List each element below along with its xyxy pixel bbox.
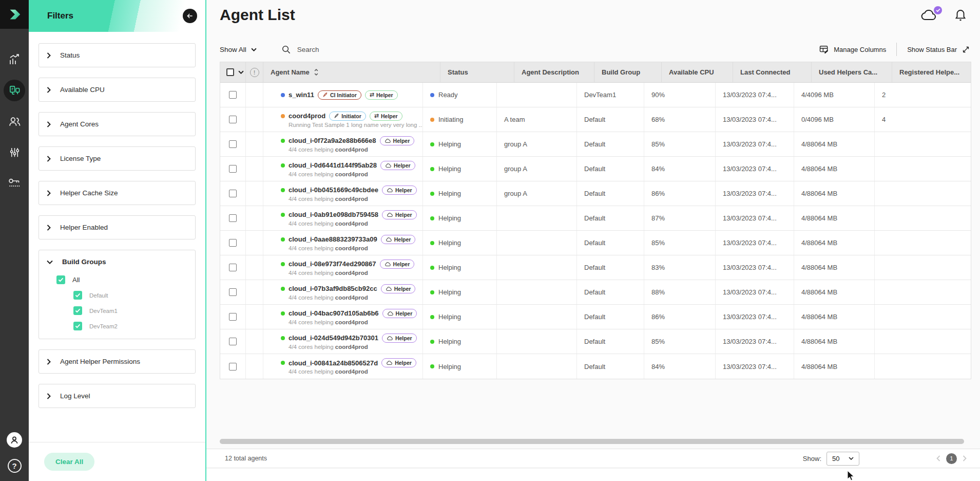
agent-name-cell: cloud_i-04bac907d105ab6b6Helper4/4 cores… — [263, 305, 423, 329]
row-checkbox[interactable] — [229, 264, 237, 271]
checkbox-checked[interactable] — [73, 322, 82, 330]
select-all-checkbox[interactable] — [226, 68, 234, 76]
column-header-last-connected[interactable]: Last Connected — [733, 62, 812, 82]
last-connected-cell: 13/03/2023 07:4... — [716, 280, 794, 304]
agents-icon[interactable] — [4, 80, 25, 101]
build-group-cell: DevTeam1 — [577, 83, 644, 107]
search-input[interactable] — [296, 45, 378, 54]
available-cpu-cell: 84% — [644, 354, 716, 379]
page-size-select[interactable]: 50 — [827, 452, 859, 466]
settings-sliders-icon[interactable] — [7, 145, 22, 159]
checkbox-checked[interactable] — [73, 306, 82, 315]
table-row-cloud-i-00841a24b8506527d[interactable]: cloud_i-00841a24b8506527dHelper4/4 cores… — [220, 354, 971, 379]
table-row-cloud-i-08e973f74ed290867[interactable]: cloud_i-08e973f74ed290867Helper4/4 cores… — [220, 255, 971, 280]
filter-section-toggle-helper-enabled[interactable]: Helper Enabled — [39, 216, 195, 239]
filter-section-toggle-agent-helper-permissions[interactable]: Agent Helper Permissions — [39, 350, 195, 373]
filter-section-toggle-license-type[interactable]: License Type — [39, 147, 195, 170]
horizontal-scrollbar[interactable] — [220, 439, 964, 444]
chevron-right-icon — [47, 121, 51, 127]
filter-section-toggle-available-cpu[interactable]: Available CPU — [39, 78, 195, 101]
chevron-right-icon — [47, 52, 51, 59]
filter-section-agent-helper-permissions: Agent Helper Permissions — [39, 349, 196, 374]
agent-status-dot — [281, 287, 285, 291]
column-header-agent-description[interactable]: Agent Description — [514, 62, 594, 82]
clear-all-button[interactable]: Clear All — [44, 453, 94, 471]
available-cpu-cell: 85% — [644, 132, 716, 156]
users-icon[interactable] — [7, 114, 22, 128]
filter-section-toggle-helper-cache-size[interactable]: Helper Cache Size — [39, 181, 195, 205]
table-row-cloud-i-07b3af9db85cb92cc[interactable]: cloud_i-07b3af9db85cb92ccHelper4/4 cores… — [220, 280, 971, 305]
column-header-registered-helpe[interactable]: Registered Helpe... — [892, 62, 970, 82]
dashboard-chart-icon[interactable] — [7, 52, 22, 67]
user-avatar[interactable] — [7, 432, 22, 448]
table-row-cloud-i-0f72a9a2e88b666e8[interactable]: cloud_i-0f72a9a2e88b666e8Helper4/4 cores… — [220, 132, 971, 157]
show-all-dropdown[interactable]: Show All — [220, 46, 257, 53]
table-row-cloud-i-0b0451669c49cbdee[interactable]: cloud_i-0b0451669c49cbdeeHelper4/4 cores… — [220, 181, 971, 206]
row-checkbox[interactable] — [229, 288, 237, 296]
cloud-status-button[interactable] — [920, 8, 941, 24]
column-header-used-helpers-ca[interactable]: Used Helpers Ca... — [812, 62, 892, 82]
sort-icon[interactable] — [314, 68, 319, 76]
prev-page-button[interactable] — [936, 455, 940, 461]
filter-section-toggle-status[interactable]: Status — [39, 44, 195, 67]
row-checkbox[interactable] — [229, 214, 237, 222]
column-header-build-group[interactable]: Build Group — [594, 62, 662, 82]
row-checkbox[interactable] — [229, 140, 237, 148]
row-checkbox[interactable] — [229, 363, 237, 371]
checkbox-checked[interactable] — [56, 275, 65, 284]
show-status-bar-button[interactable]: Show Status Bar — [907, 45, 970, 54]
check-icon — [75, 324, 81, 328]
row-checkbox[interactable] — [229, 165, 237, 173]
collapse-filters-button[interactable] — [183, 9, 197, 23]
column-header-agent-name[interactable]: Agent Name — [263, 62, 440, 82]
next-page-button[interactable] — [963, 455, 967, 461]
status-label: Helping — [438, 140, 461, 148]
row-select-cell — [220, 107, 246, 132]
page-size-label: Show: — [803, 455, 821, 462]
row-checkbox[interactable] — [229, 91, 237, 99]
row-checkbox[interactable] — [229, 239, 237, 247]
chevron-right-icon — [47, 359, 51, 365]
table-row-cloud-i-04bac907d105ab6b6[interactable]: cloud_i-04bac907d105ab6b6Helper4/4 cores… — [220, 305, 971, 329]
filter-section-status: Status — [39, 43, 196, 67]
checkbox-checked[interactable] — [73, 291, 82, 300]
row-checkbox[interactable] — [229, 338, 237, 345]
agent-name-line: cloud_i-08e973f74ed290867Helper — [281, 260, 414, 269]
filter-section-toggle-build-groups[interactable]: Build Groups — [39, 250, 195, 273]
description-cell — [497, 280, 577, 304]
table-row-cloud-i-0aae8883239733a09[interactable]: cloud_i-0aae8883239733a09Helper4/4 cores… — [220, 231, 971, 255]
table-row-cloud-i-0ab91e098db759458[interactable]: cloud_i-0ab91e098db759458Helper4/4 cores… — [220, 206, 971, 231]
agent-name-line: s_win11CI Initiator⇄Helper — [281, 90, 398, 100]
row-checkbox[interactable] — [229, 116, 237, 123]
row-alert-cell — [246, 132, 263, 156]
status-label: Helping — [438, 338, 461, 345]
filter-section-toggle-agent-cores[interactable]: Agent Cores — [39, 113, 195, 136]
chevron-right-icon — [47, 225, 51, 231]
table-row-coord4prod[interactable]: coord4prodInitiator⇄HelperRunning Test S… — [220, 107, 971, 132]
select-menu-chevron-icon[interactable] — [238, 70, 244, 74]
last-connected-cell: 13/03/2023 07:4... — [716, 329, 794, 354]
status-dot — [430, 364, 434, 368]
manage-columns-button[interactable]: Manage Columns — [819, 44, 886, 54]
available-cpu-cell: 68% — [644, 107, 716, 132]
notifications-bell-icon[interactable] — [954, 8, 967, 24]
app-logo[interactable] — [0, 0, 29, 29]
column-header-status[interactable]: Status — [440, 62, 514, 82]
row-checkbox[interactable] — [229, 190, 237, 197]
license-key-icon[interactable] — [7, 176, 22, 190]
column-header-available-cpu[interactable]: Available CPU — [662, 62, 733, 82]
filter-section-toggle-log-level[interactable]: Log Level — [39, 384, 195, 408]
rocket-icon — [322, 92, 328, 98]
table-row-cloud-i-024d549d942b70301[interactable]: cloud_i-024d549d942b70301Helper4/4 cores… — [220, 329, 971, 354]
current-page-button[interactable]: 1 — [946, 453, 957, 464]
help-icon[interactable]: ? — [8, 459, 22, 473]
filter-option-all: All — [39, 275, 195, 284]
status-label: Helping — [438, 214, 461, 222]
status-label: Helping — [438, 190, 461, 197]
table-row-s-win11[interactable]: s_win11CI Initiator⇄HelperReadyDevTeam19… — [220, 83, 971, 107]
row-checkbox[interactable] — [229, 313, 237, 321]
registered-helpers-cell — [875, 305, 953, 329]
badge-label: Helper — [395, 360, 412, 366]
status-dot — [430, 167, 434, 171]
table-row-cloud-i-0d6441d144f95ab28[interactable]: cloud_i-0d6441d144f95ab28Helper4/4 cores… — [220, 157, 971, 181]
